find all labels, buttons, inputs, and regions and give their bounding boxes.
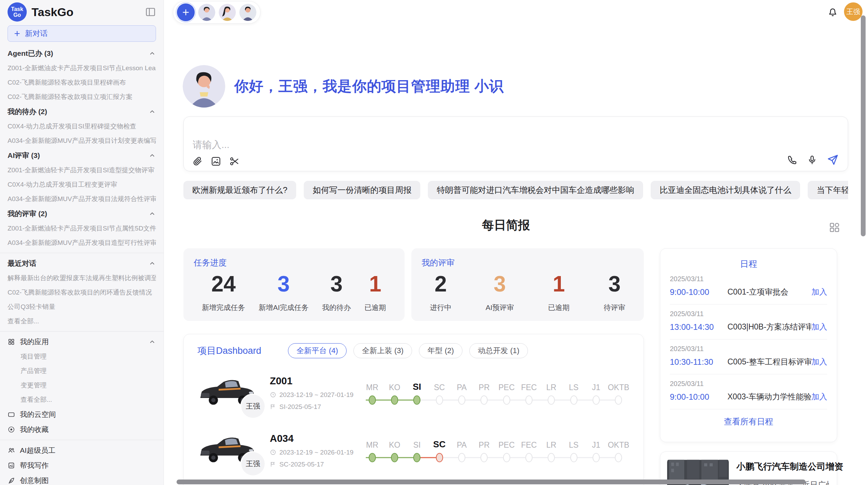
- schedule-item: 2025/03/11 13:00-14:30 C003|H0B-方案冻结评审 加…: [670, 304, 827, 339]
- milestone-label: PA: [450, 435, 473, 450]
- chat-input[interactable]: [193, 139, 604, 150]
- divider: [0, 331, 164, 332]
- section-ai-review[interactable]: AI评审 (3): [8, 148, 156, 163]
- section-title: 我的待办 (2): [8, 107, 47, 116]
- sidebar-item-help-write[interactable]: 帮我写作: [8, 458, 156, 473]
- metric: 1 已逾期: [548, 272, 570, 312]
- sidebar-item[interactable]: C0X4-动力总成开发项目SI里程碑提交物检查: [8, 119, 156, 134]
- milestone-dot-row: [473, 450, 495, 465]
- milestone-dot: [369, 453, 376, 462]
- milestone-sc: SC: [428, 378, 450, 408]
- tab-powertrain[interactable]: 动总开发 (1): [469, 343, 528, 358]
- sidebar-item[interactable]: Z001-全新燃油轻卡产品开发项目SI节点属性5D文件评审: [8, 221, 156, 236]
- milestone-pr: PR: [473, 378, 495, 408]
- sidebar-item-my-apps[interactable]: 我的应用: [8, 334, 156, 349]
- sidebar-item[interactable]: A034-全新新能源MUV产品开发项目法规符合性评审: [8, 192, 156, 206]
- schedule-event-title: X003-车辆动力学性能验...: [727, 391, 811, 402]
- app-item-change-mgmt[interactable]: 变更管理: [8, 378, 156, 393]
- sidebar-item-label: 我的应用: [20, 337, 49, 347]
- session-avatar[interactable]: [239, 4, 256, 21]
- daily-brief-title: 每日简报: [164, 217, 848, 233]
- app-item-project-mgmt[interactable]: 项目管理: [8, 349, 156, 364]
- session-avatar[interactable]: [198, 4, 215, 21]
- paperclip-icon[interactable]: [192, 156, 203, 167]
- app-logo-text-bottom: Go: [13, 12, 21, 18]
- clock-icon: [270, 391, 276, 398]
- sidebar-collapse-icon[interactable]: [145, 7, 156, 17]
- app-item-product-mgmt[interactable]: 产品管理: [8, 364, 156, 378]
- recent-chat-item[interactable]: 解释最新出台的欧盟报废车法规再生塑料比例被调至15%...: [8, 271, 156, 285]
- project-vehicle-image: 王强: [197, 373, 257, 413]
- tab-new-platform[interactable]: 全新平台 (4): [288, 343, 347, 358]
- recent-chat-item[interactable]: C02-飞腾新能源轻客改款项目的闭环通告反馈情况: [8, 285, 156, 300]
- sidebar-item[interactable]: Z001-全新燃油轻卡产品开发项目SI造型提交物评审: [8, 163, 156, 177]
- schedule-item: 2025/03/11 9:00-10:00 C001-立项审批会 加入: [670, 270, 827, 304]
- new-chat-button[interactable]: 新对话: [8, 25, 156, 42]
- suggestion-chip[interactable]: 比亚迪全固态电池计划具体说了什么: [651, 181, 800, 199]
- metric-value: 3: [485, 272, 514, 296]
- suggestion-chip[interactable]: 欧洲新规最近颁布了什么?: [183, 181, 296, 199]
- project-flag-text: SI-2025-05-17: [279, 403, 321, 411]
- suggestion-chip[interactable]: 如何写一份清晰的项目周报: [304, 181, 420, 199]
- milestone-ls: LS: [563, 435, 585, 465]
- join-link[interactable]: 加入: [811, 357, 827, 367]
- suggestion-chip[interactable]: 特朗普可能对进口汽车增税会对中国车企造成哪些影响: [428, 181, 643, 199]
- dashboard-tabs: 全新平台 (4) 全新上装 (3) 年型 (2) 动总开发 (1): [288, 343, 528, 358]
- tab-new-body[interactable]: 全新上装 (3): [353, 343, 412, 358]
- user-initials: 王强: [846, 7, 860, 16]
- sidebar-item[interactable]: C02-飞腾新能源轻客改款项目立项汇报方案: [8, 90, 156, 104]
- send-icon[interactable]: [827, 154, 839, 166]
- horizontal-scrollbar[interactable]: [177, 480, 806, 484]
- sidebar-item[interactable]: A034-全新新能源MUV产品开发项目计划变更表编写: [8, 134, 156, 148]
- metric-label: AI预评审: [485, 303, 514, 312]
- greeting-text: 你好，王强，我是你的项目管理助理 小识: [234, 77, 504, 96]
- recent-chat-item-view-all[interactable]: 查看全部...: [8, 314, 156, 328]
- vertical-scrollbar[interactable]: [861, 15, 866, 236]
- sidebar-item-favorites[interactable]: 我的收藏: [8, 422, 156, 437]
- metric: 2 进行中: [430, 272, 451, 312]
- brief-layout-icon[interactable]: [828, 221, 841, 234]
- join-link[interactable]: 加入: [811, 287, 827, 297]
- schedule-event-title: C005-整车工程目标评审: [727, 357, 811, 367]
- join-link[interactable]: 加入: [811, 322, 827, 332]
- tab-model-year[interactable]: 年型 (2): [419, 343, 462, 358]
- section-recent-chats[interactable]: 最近对话: [8, 256, 156, 271]
- mic-icon[interactable]: [807, 154, 818, 165]
- section-my-review[interactable]: 我的评审 (2): [8, 206, 156, 221]
- milestone-dot-row: [383, 450, 406, 465]
- image-note-icon: [8, 462, 15, 469]
- schedule-card: 日程 2025/03/11 9:00-10:00 C001-立项审批会 加入 2…: [660, 248, 837, 442]
- project-row[interactable]: 王强 A034 2023-12-19 ~ 2026-01-19 SC-2025-…: [197, 425, 630, 476]
- user-avatar[interactable]: 王强: [844, 2, 863, 21]
- milestone-dot-row: [428, 392, 450, 408]
- section-my-todo[interactable]: 我的待办 (2): [8, 104, 156, 119]
- milestone-dot-row: [428, 450, 450, 465]
- sidebar-item[interactable]: Z001-全新燃油皮卡产品开发项目SI节点Lesson Learn报告: [8, 61, 156, 75]
- add-session-button[interactable]: [177, 3, 195, 21]
- sidebar-item-creative-draw[interactable]: 创意制图: [8, 473, 156, 485]
- cloud-space-icon: [8, 411, 15, 418]
- recent-chat-item[interactable]: 公司Q3轻卡销量: [8, 300, 156, 314]
- project-row[interactable]: 王强 Z001 2023-12-19 ~ 2027-01-19 SI-2025-…: [197, 367, 630, 419]
- phone-icon[interactable]: [787, 154, 798, 165]
- milestone-dot: [481, 453, 488, 462]
- view-all-schedule-link[interactable]: 查看所有日程: [670, 409, 827, 434]
- join-link[interactable]: 加入: [811, 391, 827, 402]
- session-avatar[interactable]: [219, 4, 236, 21]
- notification-bell-icon[interactable]: [827, 6, 839, 18]
- sidebar-item-cloud-space[interactable]: 我的云空间: [8, 407, 156, 422]
- milestone-dot: [570, 396, 577, 405]
- section-agent-done[interactable]: Agent已办 (3): [8, 46, 156, 61]
- divider: [0, 253, 164, 253]
- image-upload-icon[interactable]: [210, 156, 221, 167]
- sidebar-item[interactable]: C02-飞腾新能源轻客改款项目里程碑画布: [8, 75, 156, 90]
- schedule-event-title: C001-立项审批会: [727, 287, 811, 297]
- plus-icon: [181, 8, 190, 17]
- sidebar-item-ai-employee[interactable]: AI超级员工: [8, 443, 156, 458]
- suggestion-chip[interactable]: 当下年轻人对汽车外观有怎样的喜好趋势: [808, 181, 848, 199]
- sidebar-item[interactable]: C0X4-动力总成开发项目工程变更评审: [8, 177, 156, 192]
- app-item-view-all[interactable]: 查看全部...: [8, 393, 156, 407]
- chevron-up-icon: [148, 50, 156, 57]
- scissors-icon[interactable]: [229, 156, 240, 167]
- sidebar-item[interactable]: A034-全新新能源MUV产品开发项目造型可行性评审: [8, 236, 156, 250]
